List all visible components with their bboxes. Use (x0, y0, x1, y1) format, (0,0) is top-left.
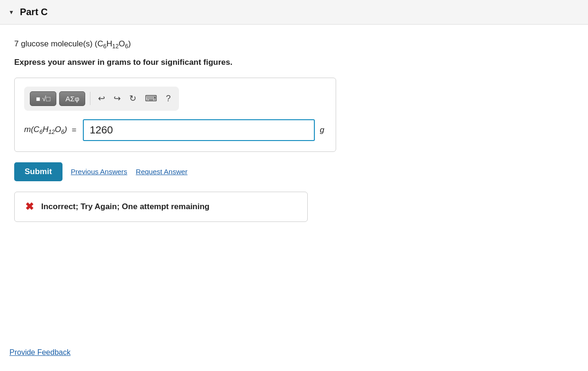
answer-input[interactable] (83, 119, 315, 141)
feedback-message: Incorrect; Try Again; One attempt remain… (41, 202, 210, 212)
math-label: m(C6H12O6) (24, 125, 67, 135)
provide-feedback-button[interactable]: Provide Feedback (0, 344, 80, 362)
math-mode-button[interactable]: ■ √□ (30, 91, 56, 106)
undo-button[interactable]: ↩ (95, 91, 108, 106)
math-mode-square-icon: ■ (36, 95, 40, 103)
action-row: Submit Previous Answers Request Answer (14, 162, 574, 181)
reset-button[interactable]: ↻ (126, 91, 139, 106)
question-description: 7 glucose molecule(s) (C6H12O6) (14, 38, 574, 51)
redo-button[interactable]: ↪ (111, 91, 124, 106)
math-mode-sqrt-label: √□ (42, 95, 50, 103)
math-expression-row: m(C6H12O6) = g (24, 119, 326, 141)
collapse-arrow-icon[interactable]: ▼ (9, 9, 14, 16)
math-equals: = (72, 125, 77, 135)
submit-button[interactable]: Submit (14, 162, 62, 181)
question-instruction: Express your answer in grams to four sig… (14, 58, 574, 67)
keyboard-button[interactable]: ⌨ (142, 91, 160, 106)
previous-answers-link[interactable]: Previous Answers (71, 168, 127, 176)
request-answer-link[interactable]: Request Answer (136, 168, 187, 176)
help-button[interactable]: ? (163, 92, 173, 106)
toolbar-divider (90, 92, 90, 105)
feedback-box: ✖ Incorrect; Try Again; One attempt rema… (14, 192, 308, 222)
math-toolbar: ■ √□ ΑΣφ ↩ ↪ ↻ ⌨ ? (24, 87, 179, 111)
part-title: Part C (20, 7, 48, 18)
unit-label: g (320, 125, 324, 135)
math-input-container: ■ √□ ΑΣφ ↩ ↪ ↻ ⌨ ? m(C6H12O6) = g (14, 78, 336, 152)
incorrect-icon: ✖ (25, 201, 34, 213)
part-header: ▼ Part C (0, 0, 588, 25)
greek-mode-button[interactable]: ΑΣφ (59, 91, 85, 106)
